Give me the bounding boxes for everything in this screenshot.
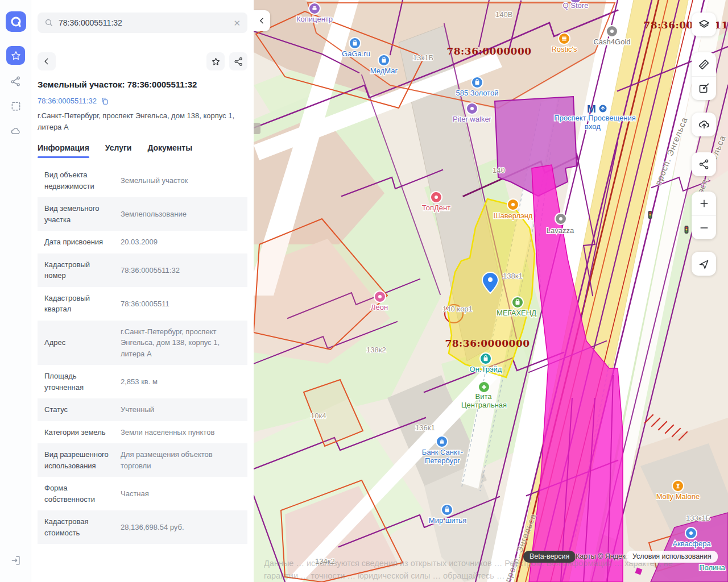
svg-text:Rostic's: Rostic's <box>551 45 577 53</box>
object-panel: ✕ Земельны <box>31 0 254 582</box>
share-icon <box>234 57 243 66</box>
building-label: 138к1 <box>503 272 523 280</box>
map-base[interactable]: просп. Энгельса просп. Энгельса просп. Э… <box>254 0 728 582</box>
svg-text:Копицентр: Копицентр <box>296 15 333 23</box>
collapse-panel-button[interactable] <box>254 10 270 31</box>
building-label: 10к4 <box>311 411 326 420</box>
svg-text:GaGa.ru: GaGa.ru <box>342 49 370 58</box>
table-row: Форма собственностиЧастная <box>38 477 247 510</box>
quarter-label: 78:36:0000000 <box>445 338 530 349</box>
tabs: Информация Услуги Документы <box>38 143 247 158</box>
logout-button[interactable] <box>6 551 25 569</box>
back-button[interactable] <box>38 52 56 70</box>
sidebar-item-favorites[interactable] <box>6 46 25 65</box>
svg-text:Шаверлэнд: Шаверлэнд <box>494 211 533 220</box>
svg-text:Леон: Леон <box>371 303 388 311</box>
sidebar-item-graph[interactable] <box>6 72 25 90</box>
building-label: 13к1Б <box>413 53 433 62</box>
search-input[interactable] <box>59 18 228 27</box>
table-row: Категория земельЗемли населенных пунктов <box>38 421 247 444</box>
building-label: 140В <box>495 10 512 19</box>
traffic-light-icon <box>648 211 652 219</box>
share-map-control <box>692 152 716 176</box>
select-area-icon <box>10 101 22 112</box>
sidebar-item-cloud[interactable] <box>6 122 25 140</box>
svg-text:Мир шитья: Мир шитья <box>429 516 466 525</box>
locate-button[interactable] <box>692 252 716 276</box>
poi-q-store[interactable]: Q Store <box>563 0 589 10</box>
building-label: 138к2 <box>366 346 386 354</box>
map-canvas[interactable]: просп. Энгельса просп. Энгельса просп. Э… <box>254 0 728 582</box>
page-title: Земельный участок: 78:36:0005511:32 <box>38 80 247 89</box>
table-row: Вид разрешенного использованияДля размещ… <box>38 443 247 477</box>
svg-text:МедМаг: МедМаг <box>370 66 398 75</box>
svg-text:Центральная: Центральная <box>461 401 507 409</box>
copy-icon[interactable] <box>101 97 109 105</box>
traffic-light-icon <box>685 226 689 234</box>
minus-icon <box>698 222 710 234</box>
locate-arrow-icon <box>698 258 710 270</box>
svg-text:Вита: Вита <box>475 392 493 401</box>
panel-header <box>38 52 247 70</box>
cadastral-number-link-row: 78:36:0005511:32 <box>38 97 247 105</box>
edit-icon <box>698 82 710 94</box>
layers-control <box>692 13 716 36</box>
clipped-poi-icon <box>254 123 260 134</box>
svg-text:М: М <box>587 103 596 115</box>
tab-information[interactable]: Информация <box>38 143 89 158</box>
locate-control <box>692 252 716 276</box>
attributes-table: Вид объекта недвижимостиЗемельный участо… <box>38 164 247 544</box>
svg-text:вход: вход <box>585 122 601 131</box>
star-icon <box>10 50 22 61</box>
chevron-left-icon <box>43 57 51 65</box>
svg-text:585 Золотой: 585 Золотой <box>456 89 498 97</box>
upload-control <box>692 113 716 136</box>
map-copyright: Карты © Яндекс <box>576 552 629 560</box>
svg-text:Проспект Просвещения: Проспект Просвещения <box>554 114 636 122</box>
building-label: 140 <box>493 166 505 174</box>
measure-draw-control <box>692 52 716 100</box>
share-map-button[interactable] <box>692 152 716 176</box>
svg-text:Он.Трэйд: Он.Трэйд <box>470 365 502 373</box>
cloud-icon <box>10 126 22 137</box>
draw-button[interactable] <box>692 76 716 100</box>
cloud-upload-icon <box>698 118 710 131</box>
app-logo-icon[interactable] <box>6 11 26 32</box>
layers-icon <box>698 18 710 31</box>
search-bar[interactable]: ✕ <box>38 13 247 33</box>
table-row: Кадастровая стоимость28,136,698.54 руб. <box>38 510 247 544</box>
tab-documents[interactable]: Документы <box>147 143 192 158</box>
svg-text:Q Store: Q Store <box>563 1 589 10</box>
sidebar-item-select-area[interactable] <box>6 97 25 115</box>
logout-icon <box>10 555 22 566</box>
layers-button[interactable] <box>692 13 716 36</box>
table-row: Дата присвоения20.03.2009 <box>38 231 247 253</box>
app-root: ✕ Земельны <box>0 0 728 582</box>
star-outline-icon <box>211 57 221 66</box>
quarter-label: 78:36:0000000 <box>446 45 531 57</box>
svg-text:Lavazza: Lavazza <box>547 226 574 235</box>
table-row: Вид объекта недвижимостиЗемельный участо… <box>38 164 247 197</box>
terms-of-use-link[interactable]: Условия использования <box>626 551 718 563</box>
tab-services[interactable]: Услуги <box>105 143 132 158</box>
svg-text:Cash4Gold: Cash4Gold <box>593 38 630 46</box>
zoom-control <box>692 192 716 239</box>
object-address: г.Санкт-Петербург, проспект Энгельса, до… <box>38 110 247 133</box>
measure-button[interactable] <box>692 52 716 76</box>
svg-text:Петербург: Петербург <box>425 456 460 465</box>
building-label: 133к1Б <box>686 514 710 522</box>
svg-text:Piter walker: Piter walker <box>453 115 492 123</box>
share-button[interactable] <box>229 52 247 70</box>
upload-button[interactable] <box>692 113 716 136</box>
zoom-out-button[interactable] <box>692 215 716 239</box>
table-row: Кадастровый номер78:36:0005511:32 <box>38 253 247 287</box>
favorite-button[interactable] <box>206 52 225 70</box>
building-label: 140 кор1 <box>442 305 473 313</box>
table-row: СтатусУчтенный <box>38 398 247 421</box>
cadastral-number-link[interactable]: 78:36:0005511:32 <box>38 97 97 105</box>
ruler-icon <box>698 59 710 70</box>
table-row: Вид земельного участкаЗемлепользование <box>38 197 247 231</box>
table-row: Кадастровый квартал78:36:0005511 <box>38 287 247 321</box>
zoom-in-button[interactable] <box>692 192 716 215</box>
clear-search-icon[interactable]: ✕ <box>233 19 241 27</box>
